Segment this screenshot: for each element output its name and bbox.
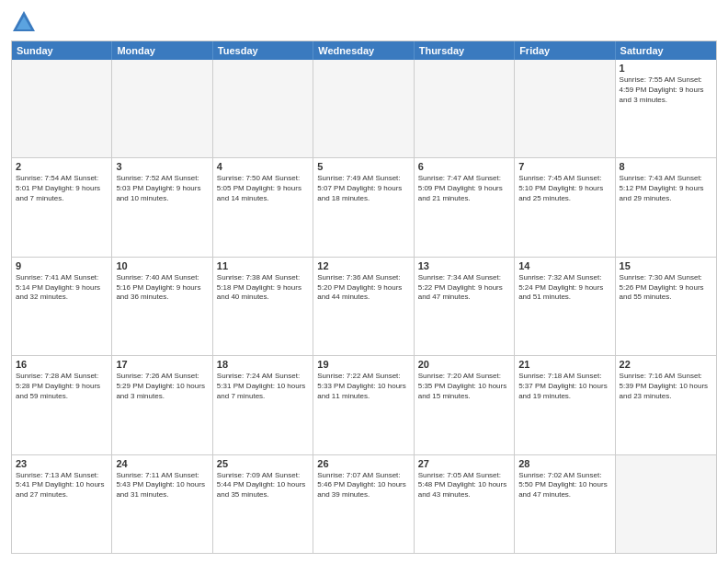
weekday-header-wednesday: Wednesday	[313, 41, 414, 60]
calendar-cell-20: 20Sunrise: 7:20 AM Sunset: 5:35 PM Dayli…	[415, 356, 515, 454]
calendar-cell-26: 26Sunrise: 7:07 AM Sunset: 5:46 PM Dayli…	[313, 455, 414, 553]
day-number: 4	[217, 161, 309, 172]
calendar-cell-18: 18Sunrise: 7:24 AM Sunset: 5:31 PM Dayli…	[213, 356, 313, 454]
cell-info: Sunrise: 7:07 AM Sunset: 5:46 PM Dayligh…	[317, 471, 409, 500]
calendar-cell-empty-0-1	[112, 60, 212, 157]
calendar-row-3: 16Sunrise: 7:28 AM Sunset: 5:28 PM Dayli…	[12, 356, 716, 454]
day-number: 17	[116, 359, 208, 370]
calendar-cell-5: 5Sunrise: 7:49 AM Sunset: 5:07 PM Daylig…	[313, 158, 414, 256]
day-number: 24	[116, 458, 208, 469]
calendar-cell-27: 27Sunrise: 7:05 AM Sunset: 5:48 PM Dayli…	[415, 455, 515, 553]
calendar-row-0: 1Sunrise: 7:55 AM Sunset: 4:59 PM Daylig…	[12, 60, 716, 158]
calendar-cell-21: 21Sunrise: 7:18 AM Sunset: 5:37 PM Dayli…	[515, 356, 615, 454]
day-number: 14	[518, 260, 610, 271]
cell-info: Sunrise: 7:09 AM Sunset: 5:44 PM Dayligh…	[217, 471, 309, 500]
weekday-header-sunday: Sunday	[12, 41, 112, 60]
calendar-cell-empty-0-4	[415, 60, 515, 157]
calendar-cell-24: 24Sunrise: 7:11 AM Sunset: 5:43 PM Dayli…	[112, 455, 212, 553]
calendar-cell-19: 19Sunrise: 7:22 AM Sunset: 5:33 PM Dayli…	[313, 356, 414, 454]
calendar-cell-3: 3Sunrise: 7:52 AM Sunset: 5:03 PM Daylig…	[112, 158, 212, 256]
calendar-cell-25: 25Sunrise: 7:09 AM Sunset: 5:44 PM Dayli…	[213, 455, 313, 553]
cell-info: Sunrise: 7:30 AM Sunset: 5:26 PM Dayligh…	[620, 273, 712, 303]
day-number: 23	[16, 458, 108, 469]
day-number: 3	[116, 161, 208, 172]
weekday-header-thursday: Thursday	[415, 41, 515, 60]
calendar-cell-28: 28Sunrise: 7:02 AM Sunset: 5:50 PM Dayli…	[515, 455, 615, 553]
cell-info: Sunrise: 7:32 AM Sunset: 5:24 PM Dayligh…	[518, 273, 610, 303]
calendar-cell-11: 11Sunrise: 7:38 AM Sunset: 5:18 PM Dayli…	[213, 258, 313, 355]
calendar-cell-12: 12Sunrise: 7:36 AM Sunset: 5:20 PM Dayli…	[313, 258, 414, 355]
cell-info: Sunrise: 7:41 AM Sunset: 5:14 PM Dayligh…	[16, 273, 108, 303]
cell-info: Sunrise: 7:45 AM Sunset: 5:10 PM Dayligh…	[518, 174, 610, 203]
calendar-row-2: 9Sunrise: 7:41 AM Sunset: 5:14 PM Daylig…	[12, 258, 716, 356]
calendar-cell-10: 10Sunrise: 7:40 AM Sunset: 5:16 PM Dayli…	[112, 258, 212, 355]
weekday-header-friday: Friday	[515, 41, 615, 60]
calendar-cell-2: 2Sunrise: 7:54 AM Sunset: 5:01 PM Daylig…	[12, 158, 112, 256]
cell-info: Sunrise: 7:20 AM Sunset: 5:35 PM Dayligh…	[418, 372, 510, 401]
calendar-cell-13: 13Sunrise: 7:34 AM Sunset: 5:22 PM Dayli…	[415, 258, 515, 355]
day-number: 28	[518, 458, 610, 469]
weekday-header-monday: Monday	[112, 41, 212, 60]
day-number: 1	[620, 63, 712, 74]
day-number: 2	[16, 161, 108, 172]
cell-info: Sunrise: 7:34 AM Sunset: 5:22 PM Dayligh…	[418, 273, 510, 303]
day-number: 25	[217, 458, 309, 469]
calendar-cell-empty-0-5	[515, 60, 615, 157]
calendar-cell-empty-0-2	[213, 60, 313, 157]
cell-info: Sunrise: 7:47 AM Sunset: 5:09 PM Dayligh…	[418, 174, 510, 203]
calendar-cell-22: 22Sunrise: 7:16 AM Sunset: 5:39 PM Dayli…	[616, 356, 716, 454]
day-number: 6	[418, 161, 510, 172]
cell-info: Sunrise: 7:52 AM Sunset: 5:03 PM Dayligh…	[116, 174, 208, 203]
cell-info: Sunrise: 7:18 AM Sunset: 5:37 PM Dayligh…	[518, 372, 610, 401]
calendar-cell-16: 16Sunrise: 7:28 AM Sunset: 5:28 PM Dayli…	[12, 356, 112, 454]
cell-info: Sunrise: 7:40 AM Sunset: 5:16 PM Dayligh…	[116, 273, 208, 303]
cell-info: Sunrise: 7:13 AM Sunset: 5:41 PM Dayligh…	[16, 471, 108, 500]
calendar-body: 1Sunrise: 7:55 AM Sunset: 4:59 PM Daylig…	[12, 60, 716, 553]
calendar-cell-empty-0-0	[12, 60, 112, 157]
weekday-header-tuesday: Tuesday	[213, 41, 313, 60]
cell-info: Sunrise: 7:28 AM Sunset: 5:28 PM Dayligh…	[16, 372, 108, 401]
day-number: 20	[418, 359, 510, 370]
day-number: 7	[518, 161, 610, 172]
calendar-cell-empty-0-3	[313, 60, 414, 157]
header	[11, 9, 717, 35]
calendar-cell-9: 9Sunrise: 7:41 AM Sunset: 5:14 PM Daylig…	[12, 258, 112, 355]
day-number: 10	[116, 260, 208, 271]
day-number: 5	[317, 161, 409, 172]
page: SundayMondayTuesdayWednesdayThursdayFrid…	[0, 0, 728, 563]
calendar-cell-4: 4Sunrise: 7:50 AM Sunset: 5:05 PM Daylig…	[213, 158, 313, 256]
cell-info: Sunrise: 7:38 AM Sunset: 5:18 PM Dayligh…	[217, 273, 309, 303]
calendar-cell-empty-4-6	[616, 455, 716, 553]
day-number: 22	[620, 359, 712, 370]
cell-info: Sunrise: 7:26 AM Sunset: 5:29 PM Dayligh…	[116, 372, 208, 401]
day-number: 27	[418, 458, 510, 469]
calendar-cell-14: 14Sunrise: 7:32 AM Sunset: 5:24 PM Dayli…	[515, 258, 615, 355]
calendar-cell-17: 17Sunrise: 7:26 AM Sunset: 5:29 PM Dayli…	[112, 356, 212, 454]
calendar-cell-1: 1Sunrise: 7:55 AM Sunset: 4:59 PM Daylig…	[616, 60, 716, 157]
day-number: 15	[620, 260, 712, 271]
cell-info: Sunrise: 7:55 AM Sunset: 4:59 PM Dayligh…	[620, 75, 712, 105]
calendar-cell-7: 7Sunrise: 7:45 AM Sunset: 5:10 PM Daylig…	[515, 158, 615, 256]
calendar: SundayMondayTuesdayWednesdayThursdayFrid…	[11, 40, 717, 554]
day-number: 12	[317, 260, 409, 271]
day-number: 16	[16, 359, 108, 370]
calendar-cell-23: 23Sunrise: 7:13 AM Sunset: 5:41 PM Dayli…	[12, 455, 112, 553]
day-number: 9	[16, 260, 108, 271]
day-number: 19	[317, 359, 409, 370]
cell-info: Sunrise: 7:24 AM Sunset: 5:31 PM Dayligh…	[217, 372, 309, 401]
cell-info: Sunrise: 7:49 AM Sunset: 5:07 PM Dayligh…	[317, 174, 409, 203]
calendar-cell-6: 6Sunrise: 7:47 AM Sunset: 5:09 PM Daylig…	[415, 158, 515, 256]
calendar-row-4: 23Sunrise: 7:13 AM Sunset: 5:41 PM Dayli…	[12, 455, 716, 553]
weekday-header-saturday: Saturday	[616, 41, 716, 60]
calendar-header: SundayMondayTuesdayWednesdayThursdayFrid…	[12, 41, 716, 60]
calendar-cell-8: 8Sunrise: 7:43 AM Sunset: 5:12 PM Daylig…	[616, 158, 716, 256]
calendar-cell-15: 15Sunrise: 7:30 AM Sunset: 5:26 PM Dayli…	[616, 258, 716, 355]
day-number: 26	[317, 458, 409, 469]
cell-info: Sunrise: 7:43 AM Sunset: 5:12 PM Dayligh…	[620, 174, 712, 203]
cell-info: Sunrise: 7:16 AM Sunset: 5:39 PM Dayligh…	[620, 372, 712, 401]
cell-info: Sunrise: 7:36 AM Sunset: 5:20 PM Dayligh…	[317, 273, 409, 303]
calendar-row-1: 2Sunrise: 7:54 AM Sunset: 5:01 PM Daylig…	[12, 158, 716, 257]
cell-info: Sunrise: 7:54 AM Sunset: 5:01 PM Dayligh…	[16, 174, 108, 203]
day-number: 18	[217, 359, 309, 370]
day-number: 21	[518, 359, 610, 370]
